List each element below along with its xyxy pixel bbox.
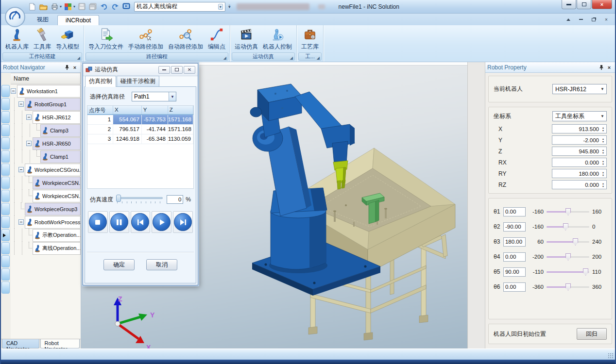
row-header-cell[interactable]: [1, 255, 10, 267]
tree-node[interactable]: Clamp1: [40, 150, 81, 163]
coordinate-system-combobox[interactable]: 工具坐标系▼: [552, 111, 607, 121]
row-header-cell[interactable]: [1, 124, 10, 136]
spin-down-icon[interactable]: ▾: [602, 140, 604, 143]
table-row[interactable]: 1554.067-573.7531571.168: [87, 115, 193, 125]
stop-button[interactable]: [88, 211, 108, 233]
close-button[interactable]: ×: [592, 0, 612, 9]
toolbar-overflow-icon[interactable]: ▾̄: [228, 4, 231, 9]
pose-input[interactable]: 180.000▴▾: [552, 169, 607, 178]
slider-thumb[interactable]: [565, 253, 571, 261]
redo-icon[interactable]: [110, 2, 120, 12]
pose-input[interactable]: 0.000▴▾: [552, 180, 607, 189]
pause-button[interactable]: [109, 211, 129, 233]
tree-expander[interactable]: [18, 101, 24, 107]
new-file-icon[interactable]: [27, 2, 37, 12]
table-cell[interactable]: 1: [87, 115, 113, 124]
row-header-cell[interactable]: [1, 190, 10, 202]
dialog-launcher-icon[interactable]: ◢: [223, 56, 226, 60]
tree-row[interactable]: HSR-JR650: [11, 137, 81, 150]
table-header-cell[interactable]: Z: [168, 106, 193, 114]
table-row[interactable]: 31246.918-65.3481130.059: [87, 134, 193, 144]
spin-down-icon[interactable]: ▾: [602, 185, 604, 188]
dialog-close-button[interactable]: ✕: [184, 66, 195, 74]
sim-path-combobox[interactable]: Path1 ▼: [132, 92, 176, 101]
joint-slider[interactable]: [547, 252, 589, 261]
step-forward-button[interactable]: [173, 211, 193, 233]
table-header-cell[interactable]: Y: [142, 106, 168, 114]
dialog-launcher-icon[interactable]: ◢: [290, 56, 293, 60]
tree-row[interactable]: 示教Operation...: [11, 229, 81, 242]
auto-path-add-button[interactable]: 自动路径添加: [166, 26, 205, 52]
tree-row[interactable]: HSR-JR612: [11, 111, 81, 124]
slider-thumb[interactable]: [573, 238, 578, 246]
manual-path-add-button[interactable]: 手动路径添加: [126, 26, 166, 52]
play-button[interactable]: [152, 211, 171, 233]
row-header-cell[interactable]: [1, 281, 10, 294]
table-cell[interactable]: 2: [87, 125, 113, 134]
workflow-combobox[interactable]: 机器人离线编程 ▾: [134, 2, 225, 12]
slider-thumb[interactable]: [565, 283, 571, 291]
dock-splitter-band[interactable]: [467, 62, 485, 348]
home-button[interactable]: 回归: [577, 328, 607, 340]
close-icon[interactable]: ×: [71, 64, 79, 71]
maximize-button[interactable]: [577, 0, 591, 9]
slider-thumb[interactable]: [116, 195, 121, 202]
dialog-maximize-button[interactable]: [171, 66, 183, 74]
row-header-cell[interactable]: [1, 203, 10, 215]
undo-icon[interactable]: [99, 2, 109, 12]
spinner-buttons[interactable]: ▴▾: [600, 169, 606, 178]
table-header-cell[interactable]: 点序号: [87, 106, 113, 114]
joint-slider[interactable]: [547, 207, 589, 216]
tab-sim-control[interactable]: 仿真控制: [85, 76, 116, 87]
sim-speed-input[interactable]: 0: [167, 195, 183, 204]
tab-incrobot[interactable]: iNCRobot: [57, 15, 99, 25]
tree-expander[interactable]: [18, 167, 24, 172]
app-logo[interactable]: [5, 7, 25, 27]
joint-value-input[interactable]: 0.00: [503, 282, 526, 292]
slider-thumb[interactable]: [563, 223, 568, 231]
import-cl-file-button[interactable]: 导入刀位文件: [86, 26, 126, 52]
motion-sim-button[interactable]: 运动仿真: [232, 26, 260, 52]
tree-expander[interactable]: [26, 141, 32, 146]
simulation-screen-icon[interactable]: [121, 2, 131, 12]
table-cell[interactable]: -41.744: [142, 125, 168, 134]
step-back-button[interactable]: [131, 211, 151, 233]
ok-button[interactable]: 确定: [103, 259, 135, 270]
export-dropdown-icon[interactable]: ▾: [60, 4, 62, 9]
table-header-cell[interactable]: X: [113, 106, 142, 114]
tree-node[interactable]: Clamp3: [40, 124, 81, 137]
tree-row[interactable]: Clamp1: [11, 150, 81, 163]
row-header-cell[interactable]: [1, 268, 10, 281]
row-header-cell[interactable]: [1, 98, 10, 110]
spinner-buttons[interactable]: ▴▾: [600, 147, 606, 155]
table-row[interactable]: 2796.517-41.7441571.168: [87, 125, 193, 134]
joint-value-input[interactable]: -90.00: [503, 222, 526, 232]
tree-column-header[interactable]: Name: [11, 73, 81, 84]
tree-node[interactable]: HSR-JR612: [33, 111, 81, 124]
tree-row[interactable]: RobotGroup1: [11, 98, 81, 111]
slider-thumb[interactable]: [565, 208, 571, 215]
tool-library-button[interactable]: 工具库: [31, 26, 53, 52]
tree-node[interactable]: Workstation1: [17, 85, 81, 98]
spin-down-icon[interactable]: ▾: [602, 174, 604, 177]
import-model-button[interactable]: 导入模型: [53, 26, 82, 52]
save-all-icon[interactable]: [88, 2, 98, 12]
table-cell[interactable]: 1571.168: [168, 125, 193, 134]
spinner-buttons[interactable]: ▴▾: [600, 125, 606, 133]
row-header-cell[interactable]: [1, 242, 10, 254]
spin-down-icon[interactable]: ▾: [602, 129, 604, 132]
sim-speed-slider[interactable]: [116, 194, 163, 205]
export-icon[interactable]: [50, 2, 59, 12]
open-folder-icon[interactable]: [38, 2, 48, 12]
spin-down-icon[interactable]: ▾: [602, 151, 604, 154]
theme-icon[interactable]: [63, 2, 73, 12]
pin-icon[interactable]: [63, 64, 71, 71]
joint-slider[interactable]: [547, 267, 589, 276]
pose-input[interactable]: -2.000▴▾: [552, 135, 607, 145]
current-robot-combobox[interactable]: HSR-JR612▼: [552, 84, 607, 94]
robot-library-button[interactable]: 机器人库: [3, 26, 31, 52]
tree-row[interactable]: WorkpieceCSN...: [11, 189, 81, 202]
tree-row[interactable]: 离线Operation...: [11, 242, 81, 255]
save-icon[interactable]: [77, 2, 86, 12]
row-header-cell[interactable]: [1, 216, 10, 228]
